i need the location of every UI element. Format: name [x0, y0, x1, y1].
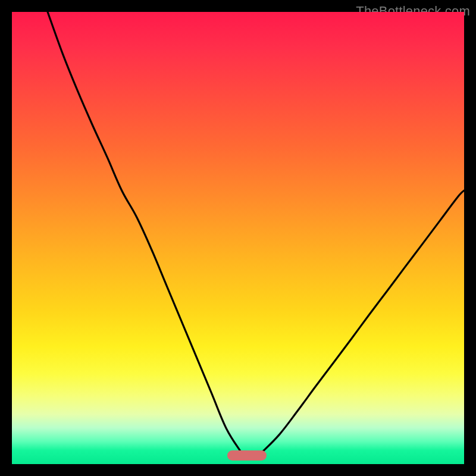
chart-frame: TheBottleneck.com	[0, 0, 476, 476]
left-curve	[48, 12, 241, 452]
curve-layer	[12, 12, 464, 464]
plot-area	[12, 12, 464, 464]
optimal-marker	[227, 450, 267, 461]
right-curve	[262, 190, 464, 452]
